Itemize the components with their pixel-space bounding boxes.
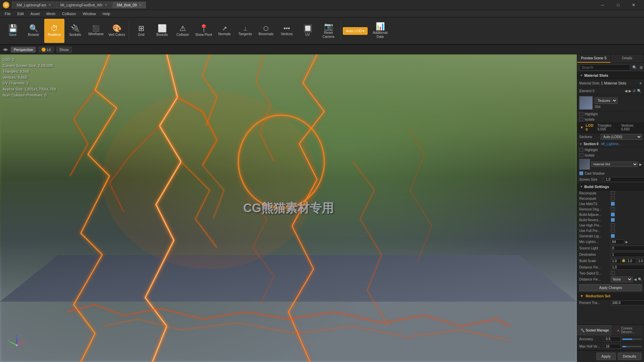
- tool-vert-colors[interactable]: 🎨 Vert Colors: [107, 19, 127, 43]
- search-input[interactable]: [579, 64, 630, 70]
- tool-save[interactable]: 💾 Save: [3, 19, 23, 43]
- distance-fie2-search[interactable]: 🔍: [638, 278, 642, 281]
- percent-tria-input[interactable]: [611, 300, 644, 305]
- accuracy-input[interactable]: [604, 337, 621, 342]
- tool-normals[interactable]: ↗ Normals: [214, 19, 234, 43]
- tool-reset-camera[interactable]: 📷 Reset Camera: [318, 19, 338, 43]
- tool-browse[interactable]: 🔍 Browse: [23, 19, 44, 43]
- build-reverse-checkbox[interactable]: [611, 218, 615, 222]
- mat-back-button[interactable]: ◀: [624, 88, 628, 94]
- tool-wireframe[interactable]: ⬛ Wireframe: [86, 19, 106, 43]
- section-material-dropdown[interactable]: Material Slot: [591, 162, 638, 167]
- tab-details[interactable]: Details: [611, 54, 644, 63]
- material-options: Textures Slot: [595, 98, 618, 109]
- min-lightmap-arrow[interactable]: ▶: [626, 240, 628, 244]
- add-material-button[interactable]: +: [639, 80, 642, 86]
- perspective-button[interactable]: Perspective: [11, 47, 36, 53]
- show-button[interactable]: Show: [56, 47, 72, 53]
- source-light-input[interactable]: [611, 246, 644, 251]
- sections-dropdown[interactable]: Auto (LOD0): [601, 134, 642, 140]
- menu-file[interactable]: File: [1, 11, 14, 16]
- build-reverse-row: Build Revers...: [577, 217, 644, 223]
- tool-binormals[interactable]: ⬡ Binormals: [256, 19, 276, 43]
- build-scale-y[interactable]: [626, 258, 636, 263]
- tool-additional-data[interactable]: 📊 Additional Data: [368, 19, 392, 43]
- section-arrow-icon: ▼: [580, 74, 583, 77]
- tool-show-pivot[interactable]: 📍 Show Pivot: [194, 19, 214, 43]
- build-adjacency-checkbox[interactable]: [611, 213, 615, 217]
- distance-fie2-back[interactable]: ◀: [634, 278, 637, 281]
- menu-window[interactable]: Window: [79, 11, 99, 16]
- tool-grid[interactable]: ⊞ Grid: [131, 19, 151, 43]
- accuracy-slider[interactable]: [622, 339, 642, 340]
- max-hull-input[interactable]: [604, 344, 621, 349]
- tool-sockets[interactable]: 🔌 Sockets: [65, 19, 85, 43]
- tool-vertices[interactable]: ••• Vertices: [277, 19, 297, 43]
- tab-preview-scene[interactable]: Preview Scene S: [577, 54, 611, 63]
- build-scale-z[interactable]: [637, 258, 644, 263]
- viewport[interactable]: LOD: 0 Current Screen Size: 2.081095 Tri…: [0, 54, 577, 362]
- distance-fie1-input[interactable]: [611, 265, 644, 270]
- menu-help[interactable]: Help: [99, 11, 114, 16]
- minimize-button[interactable]: ─: [595, 0, 610, 10]
- generate-lig-checkbox[interactable]: [611, 234, 615, 238]
- tab-sm-bolt[interactable]: SM_Bolt_09 ✕: [112, 2, 146, 8]
- max-hull-slider[interactable]: [622, 346, 642, 347]
- distance-fie2-dropdown[interactable]: None: [611, 277, 633, 282]
- auto-lod-button[interactable]: Auto LOD ▾: [343, 27, 368, 35]
- convex-decomp-tab[interactable]: 🔺 Convex Decom...: [613, 325, 644, 336]
- maximize-button[interactable]: □: [610, 0, 626, 10]
- two-sided-checkbox[interactable]: [611, 271, 615, 275]
- mat-refresh-button[interactable]: ↺: [632, 88, 636, 94]
- use-full-pre-checkbox[interactable]: [611, 229, 615, 233]
- bounds-icon: ⬜: [158, 25, 167, 32]
- menu-mesh[interactable]: Mesh: [43, 11, 59, 16]
- view-toggle-icon[interactable]: ⊞: [639, 65, 643, 70]
- search-icon[interactable]: 🔍: [632, 65, 638, 70]
- mat-forward-button[interactable]: ▶: [628, 88, 632, 94]
- section0-header[interactable]: ▼ Section 0 MI_Lightnin...: [577, 141, 644, 147]
- tool-tangents[interactable]: ⟂ Tangents: [235, 19, 255, 43]
- reduction-set-header[interactable]: ▼ Reduction Set: [577, 293, 644, 300]
- build-settings-header[interactable]: ▼ Build Settings: [577, 183, 644, 190]
- menu-collision[interactable]: Collision: [59, 11, 79, 16]
- screen-size-input[interactable]: [604, 177, 644, 182]
- build-scale-x[interactable]: [611, 258, 621, 263]
- destination-input[interactable]: [611, 252, 644, 257]
- tab-sm-lightning[interactable]: SM_LightningFast ✕: [12, 2, 55, 8]
- lit-button[interactable]: Lit: [39, 47, 54, 53]
- textures-dropdown[interactable]: Textures: [595, 98, 618, 104]
- isolate-checkbox[interactable]: [579, 117, 583, 121]
- close-button[interactable]: ✕: [626, 0, 641, 10]
- recompute1-checkbox[interactable]: [611, 191, 615, 195]
- tab-close-icon[interactable]: ✕: [48, 3, 51, 7]
- section-material-preview[interactable]: [579, 159, 590, 170]
- remove-deg-checkbox[interactable]: [611, 207, 615, 211]
- socket-manage-tab[interactable]: 🔧 Socket Manage: [577, 325, 613, 336]
- apply-button[interactable]: Apply: [596, 353, 616, 360]
- recompute2-checkbox[interactable]: [611, 196, 615, 200]
- defaults-button[interactable]: Defaults: [618, 353, 641, 360]
- tab-mi-lightning[interactable]: MI_LightningFastBolt_Wh ✕: [56, 2, 112, 8]
- cast-shadow-checkbox[interactable]: [579, 171, 583, 175]
- material-preview-thumbnail[interactable]: [579, 96, 593, 110]
- apply-changes-button[interactable]: Apply Changes: [579, 284, 642, 291]
- menu-asset[interactable]: Asset: [27, 11, 43, 16]
- lod0-header[interactable]: ▼ LOD 0 Triangles: 9,568 Vertices: 6,660: [577, 122, 644, 133]
- tool-collision[interactable]: ⚠ Collision: [173, 19, 193, 43]
- material-slots-header[interactable]: ▼ Material Slots: [577, 72, 644, 79]
- tool-realtime[interactable]: ⏱ Realtime: [44, 19, 64, 43]
- highlight-checkbox[interactable]: [579, 112, 583, 116]
- section-material-arrow[interactable]: ▶: [639, 163, 642, 166]
- menu-edit[interactable]: Edit: [14, 11, 27, 16]
- use-mikk-checkbox[interactable]: [611, 202, 615, 206]
- section0-isolate-checkbox[interactable]: [579, 153, 583, 157]
- tool-bounds[interactable]: ⬜ Bounds: [152, 19, 172, 43]
- tab-close-icon[interactable]: ✕: [139, 3, 142, 7]
- section0-highlight-checkbox[interactable]: [579, 148, 583, 152]
- use-high-pre-checkbox[interactable]: [611, 223, 615, 227]
- tool-uv[interactable]: 🔲 UV: [298, 19, 318, 43]
- tab-close-icon[interactable]: ✕: [105, 3, 107, 7]
- min-lightmap-input[interactable]: [611, 239, 624, 244]
- mat-search-button[interactable]: 🔍: [637, 88, 642, 94]
